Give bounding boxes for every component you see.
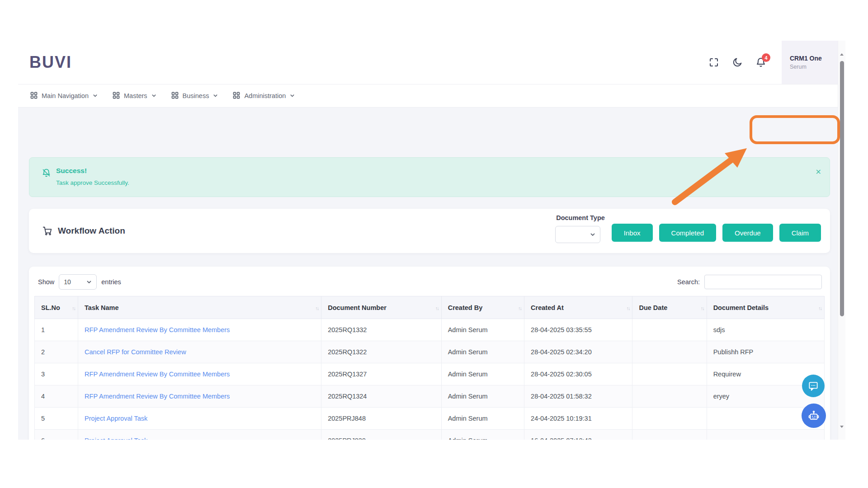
page-size-control: Show 10 entries	[38, 274, 121, 290]
cell-created-at: 24-04-2025 10:19:31	[524, 408, 632, 430]
document-type-label: Document Type	[556, 214, 605, 221]
sort-arrows-icon: ↑↓	[701, 305, 704, 310]
cell-slno: 1	[35, 319, 78, 341]
main-nav: Main Navigation Masters	[18, 84, 838, 108]
nav-item-label: Main Navigation	[42, 92, 89, 99]
cell-slno: 4	[35, 385, 78, 408]
task-link[interactable]: Project Approval Task	[85, 437, 147, 440]
document-type-group: Document Type	[555, 214, 605, 243]
nav-menu-item[interactable]: Business	[171, 92, 218, 100]
cell-created-by: Admin Serum	[441, 363, 524, 385]
scroll-down-icon[interactable]	[840, 424, 844, 429]
tasks-table: SL.No ↑↓ Task Name ↑↓ Document	[34, 296, 825, 440]
chevron-down-icon	[151, 92, 156, 99]
chevron-down-icon	[590, 232, 595, 237]
cell-due-date	[632, 430, 707, 440]
table-controls: Show 10 entries Search:	[29, 267, 830, 290]
page-size-select[interactable]: 10	[59, 274, 97, 290]
workflow-action-card: Workflow Action Document Type Inbox Comp…	[29, 209, 830, 253]
cell-due-date	[632, 385, 707, 408]
cell-created-at: 28-04-2025 03:35:55	[524, 319, 632, 341]
nav-menu-item[interactable]: Administration	[233, 92, 295, 100]
column-header[interactable]: Document Number ↑↓	[321, 296, 442, 319]
filter-button[interactable]: Inbox	[612, 224, 653, 242]
search-input[interactable]	[704, 275, 822, 289]
column-header[interactable]: Task Name ↑↓	[78, 296, 321, 319]
dark-mode-icon[interactable]	[732, 57, 743, 68]
filter-button[interactable]: Completed	[659, 224, 717, 242]
table-row: 2 Cancel RFP for Committee Review 2025RQ…	[35, 341, 825, 363]
grid-icon	[113, 92, 120, 100]
nav-menu-item[interactable]: Masters	[113, 92, 156, 100]
filter-button[interactable]: Claim	[779, 224, 821, 242]
cell-due-date	[632, 408, 707, 430]
cell-slno: 5	[35, 408, 78, 430]
page-title: Workflow Action	[58, 226, 125, 236]
bot-fab-button[interactable]	[802, 404, 826, 428]
column-label: Document Details	[713, 304, 769, 311]
column-header[interactable]: Due Date ↑↓	[632, 296, 707, 319]
column-header[interactable]: Created By ↑↓	[441, 296, 524, 319]
cell-task-name: Cancel RFP for Committee Review	[78, 341, 321, 363]
alert-close-icon[interactable]: ✕	[816, 168, 821, 176]
cell-created-at: 28-04-2025 02:30:05	[524, 363, 632, 385]
notifications-bell-icon[interactable]: 4	[755, 57, 766, 68]
nav-item-label: Masters	[124, 92, 147, 99]
table-row: 1 RFP Amendment Review By Committee Memb…	[35, 319, 825, 341]
cell-created-at: 16-04-2025 07:12:43	[524, 430, 632, 440]
cell-slno: 2	[35, 341, 78, 363]
cell-document-details: Publishh RFP	[707, 341, 824, 363]
chat-fab-button[interactable]	[802, 375, 825, 397]
grid-icon	[233, 92, 240, 100]
cell-created-at: 28-04-2025 02:34:20	[524, 341, 632, 363]
document-type-select[interactable]	[555, 226, 600, 243]
table-row: 4 RFP Amendment Review By Committee Memb…	[35, 385, 825, 408]
search-label: Search:	[677, 278, 700, 286]
column-header[interactable]: SL.No ↑↓	[35, 296, 78, 319]
cell-slno: 3	[35, 363, 78, 385]
task-link[interactable]: RFP Amendment Review By Committee Member…	[85, 393, 230, 400]
chevron-down-icon	[290, 92, 295, 99]
grid-icon	[30, 92, 38, 100]
alert-title: Success!	[56, 167, 87, 175]
nav-menu-item[interactable]: Main Navigation	[30, 92, 98, 100]
task-link[interactable]: RFP Amendment Review By Committee Member…	[85, 371, 230, 378]
column-label: SL.No	[41, 304, 60, 311]
fullscreen-icon[interactable]	[708, 57, 719, 68]
cell-document-number: 2025PRJ848	[321, 408, 442, 430]
cell-document-number: 2025RQ1324	[321, 385, 442, 408]
task-link[interactable]: Project Approval Task	[85, 415, 147, 422]
cell-task-name: RFP Amendment Review By Committee Member…	[78, 319, 321, 341]
show-label: Show	[38, 278, 54, 286]
task-table-card: Show 10 entries Search:	[29, 267, 830, 440]
table-header-row: SL.No ↑↓ Task Name ↑↓ Document	[35, 296, 825, 319]
column-header[interactable]: Created At ↑↓	[524, 296, 632, 319]
task-link[interactable]: Cancel RFP for Committee Review	[85, 348, 186, 356]
app-header: BUVI 4 CRM1 One Serum	[18, 41, 838, 84]
cell-document-number: 2025PRJ839	[321, 430, 442, 440]
column-label: Due Date	[639, 304, 667, 311]
chat-bubble-icon	[807, 380, 819, 392]
scrollbar-thumb[interactable]	[840, 61, 844, 316]
sort-arrows-icon: ↑↓	[315, 305, 318, 310]
column-header[interactable]: Document Details ↑↓	[707, 296, 824, 319]
page-size-value: 10	[64, 278, 71, 286]
sort-arrows-icon: ↑↓	[818, 305, 821, 310]
nav-item-label: Business	[183, 92, 209, 99]
notification-count-badge: 4	[762, 53, 770, 62]
cell-task-name: Project Approval Task	[78, 408, 321, 430]
workflow-actions: Document Type Inbox Completed Overdue	[555, 214, 821, 243]
success-alert: Success! Task approve Successfully. ✕	[29, 157, 830, 197]
cell-document-details: sdjs	[707, 319, 824, 341]
column-label: Task Name	[85, 304, 119, 311]
user-menu[interactable]: CRM1 One Serum	[782, 41, 838, 84]
user-role: Serum	[790, 64, 838, 70]
cell-document-number: 2025RQ1327	[321, 363, 442, 385]
filter-button[interactable]: Overdue	[722, 224, 773, 242]
vertical-scrollbar[interactable]	[838, 41, 845, 440]
task-link[interactable]: RFP Amendment Review By Committee Member…	[85, 326, 230, 333]
scroll-up-icon[interactable]	[840, 52, 844, 57]
robot-icon	[807, 409, 820, 422]
chevron-down-icon	[213, 92, 218, 99]
table-body: 1 RFP Amendment Review By Committee Memb…	[35, 319, 825, 440]
